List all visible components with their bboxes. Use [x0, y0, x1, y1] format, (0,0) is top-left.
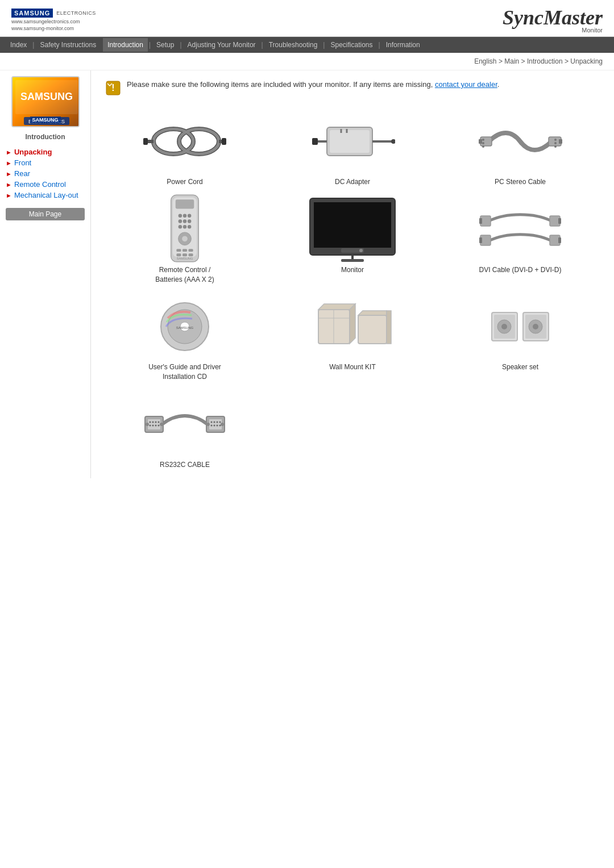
- item-stereo-cable: PC Stereo Cable: [441, 110, 600, 187]
- svg-point-44: [188, 225, 192, 229]
- speaker-set-label: Speaker set: [502, 362, 538, 372]
- svg-rect-20: [312, 138, 318, 145]
- dc-adapter-image: [307, 110, 398, 173]
- svg-point-39: [179, 219, 182, 223]
- svg-point-86: [150, 421, 151, 423]
- item-speaker-set: Speaker set: [441, 295, 600, 382]
- power-cord-label: Power Cord: [167, 177, 202, 187]
- users-guide-label: User's Guide and DriverInstallation CD: [148, 362, 221, 382]
- svg-rect-85: [148, 419, 160, 429]
- svg-point-27: [482, 139, 484, 141]
- svg-rect-97: [209, 419, 222, 429]
- svg-rect-47: [176, 249, 181, 252]
- main-page-button[interactable]: Main Page: [6, 208, 85, 220]
- nav-adjusting[interactable]: Adjusting Your Monitor: [183, 38, 260, 52]
- dc-adapter-label: DC Adapter: [335, 177, 370, 187]
- svg-point-40: [183, 219, 187, 223]
- sidebar-item-mechanical[interactable]: ► Mechanical Lay-out: [6, 191, 85, 199]
- speaker-set-image: [475, 295, 566, 358]
- sidebar-intro-label: Introduction: [0, 133, 90, 141]
- nav-specifications[interactable]: Specifications: [326, 38, 377, 52]
- item-monitor: Monitor: [273, 198, 432, 285]
- svg-point-105: [219, 424, 221, 426]
- remote-control-label: Remote Control /Batteries (AAA X 2): [155, 265, 214, 285]
- svg-point-90: [150, 424, 151, 426]
- nav-sep-7: |: [377, 41, 381, 49]
- sidebar-link-front[interactable]: Front: [14, 158, 31, 167]
- dvi-cable-1-label: DVI Cable (DVI-D + DVI-D): [479, 265, 561, 275]
- svg-point-18: [391, 139, 395, 144]
- svg-rect-50: [176, 253, 181, 256]
- svg-point-42: [179, 225, 182, 229]
- nav-information[interactable]: Information: [381, 38, 425, 52]
- svg-point-79: [501, 324, 507, 329]
- wall-mount-label: Wall Mount KIT: [329, 362, 376, 372]
- nav-index[interactable]: Index: [6, 38, 31, 52]
- svg-point-37: [183, 214, 187, 218]
- item-dc-adapter: DC Adapter: [273, 110, 432, 187]
- svg-rect-16: [330, 130, 370, 153]
- svg-point-43: [183, 225, 187, 229]
- svg-rect-51: [182, 253, 187, 256]
- logo-area: SAMSUNG ELECTRONICS www.samsungelectroni…: [11, 9, 96, 31]
- svg-point-41: [188, 219, 192, 223]
- sidebar-link-rear[interactable]: Rear: [14, 169, 30, 178]
- sidebar-link-unpacking[interactable]: Unpacking: [14, 148, 52, 156]
- sidebar-item-remote[interactable]: ► Remote Control: [6, 180, 85, 189]
- svg-text:SAMSUNG: SAMSUNG: [20, 91, 72, 102]
- item-power-cord: Power Cord: [105, 110, 264, 187]
- page-header: SAMSUNG ELECTRONICS www.samsungelectroni…: [0, 0, 614, 37]
- svg-point-94: [146, 423, 149, 426]
- contact-dealer-link[interactable]: contact your dealer: [435, 80, 497, 89]
- svg-point-100: [217, 421, 218, 423]
- svg-rect-67: [558, 237, 561, 243]
- svg-point-46: [182, 236, 188, 241]
- monitor-image: [307, 198, 398, 261]
- item-wall-mount: Wall Mount KIT: [273, 295, 432, 382]
- svg-point-95: [160, 423, 163, 426]
- arrow-icon-front: ►: [6, 160, 12, 166]
- sidebar-item-unpacking[interactable]: ► Unpacking: [6, 148, 85, 156]
- sidebar: SAMSUNG ELECTRONICS Introduction ► Unpac…: [0, 70, 91, 478]
- rs232c-label: RS232C CABLE: [160, 460, 210, 470]
- samsung-logo: SAMSUNG ELECTRONICS: [11, 9, 96, 18]
- nav-troubleshooting[interactable]: Troubleshooting: [264, 38, 322, 52]
- svg-rect-35: [176, 199, 194, 208]
- syncmaster-title: SyncMaster: [503, 6, 603, 30]
- svg-rect-49: [189, 249, 193, 252]
- svg-point-31: [554, 142, 557, 144]
- nav-sep-1: |: [31, 41, 35, 49]
- svg-rect-59: [341, 259, 364, 262]
- electronics-text: ELECTRONICS: [56, 10, 96, 16]
- nav-sep-6: |: [322, 41, 326, 49]
- sidebar-item-rear[interactable]: ► Rear: [6, 169, 85, 178]
- svg-point-98: [211, 421, 213, 423]
- svg-rect-65: [479, 237, 482, 243]
- notice-icon: !: [105, 80, 121, 96]
- arrow-icon-remote: ►: [6, 181, 12, 188]
- svg-rect-48: [182, 249, 187, 252]
- remote-control-image: SAMSUNG: [139, 198, 230, 261]
- svg-point-88: [155, 421, 157, 423]
- sidebar-link-mechanical[interactable]: Mechanical Lay-out: [14, 191, 78, 199]
- svg-point-104: [217, 424, 218, 426]
- svg-rect-55: [314, 202, 391, 248]
- svg-point-87: [152, 421, 154, 423]
- sidebar-item-front[interactable]: ► Front: [6, 158, 85, 167]
- syncmaster-logo: SyncMaster Monitor: [503, 6, 603, 34]
- svg-point-83: [533, 324, 538, 329]
- website2: www.samsung-monitor.com: [11, 26, 96, 31]
- item-users-guide: SAMSUNG User's Guide and DriverInstallat…: [105, 295, 264, 382]
- arrow-icon-unpacking: ►: [6, 149, 12, 156]
- nav-safety[interactable]: Safety Instructions: [35, 38, 101, 52]
- svg-text:SAMSUNG: SAMSUNG: [176, 326, 194, 329]
- sidebar-nav: ► Unpacking ► Front ► Rear ► Remote Cont…: [0, 148, 90, 199]
- nav-introduction[interactable]: Introduction: [103, 38, 148, 52]
- nav-setup[interactable]: Setup: [152, 38, 179, 52]
- notice-box: ! Please make sure the following items a…: [105, 79, 600, 96]
- sidebar-link-remote[interactable]: Remote Control: [14, 180, 66, 189]
- users-guide-image: SAMSUNG: [139, 295, 230, 358]
- sidebar-intro-image: SAMSUNG ELECTRONICS: [11, 76, 80, 127]
- nav-sep-4: |: [179, 41, 182, 49]
- item-remote-control: SAMSUNG Remote Control /Batteries (AAA X…: [105, 198, 264, 285]
